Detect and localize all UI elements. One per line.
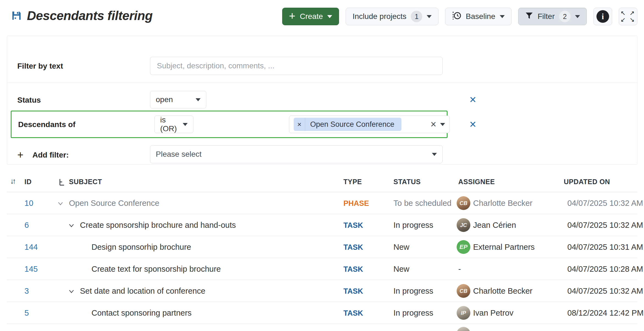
work-package-id-link[interactable]: 5	[24, 308, 29, 318]
collapse-chevron-icon[interactable]	[67, 287, 76, 297]
table-header: ↓↑ ID SUBJECT TYPE STATUS ASSIGNEE UPDAT…	[7, 173, 637, 192]
assignee-name: -	[458, 265, 461, 274]
chevron-down-icon	[427, 15, 432, 18]
work-package-id-link[interactable]: 145	[24, 265, 38, 274]
fullscreen-button[interactable]: ↖ ↗↙ ↘	[619, 8, 637, 25]
filter-button[interactable]: Filter 2	[518, 8, 587, 25]
type-badge: TASK	[343, 265, 363, 274]
add-filter-label: Add filter:	[32, 151, 69, 159]
include-projects-badge: 1	[411, 11, 422, 22]
assignee-avatar: CB	[457, 284, 470, 298]
work-package-subject[interactable]: Set date and location of conference	[80, 287, 205, 296]
caret-down-icon[interactable]	[440, 123, 445, 126]
work-package-subject[interactable]: Open Source Conference	[69, 199, 159, 208]
column-header-id[interactable]: ID	[24, 178, 32, 186]
updated-on-timestamp: 04/07/2025 10:28 AM	[567, 265, 643, 274]
divider	[7, 83, 637, 83]
filter-by-text-input[interactable]	[150, 57, 443, 75]
updated-on-timestamp: 04/07/2025 10:32 AM	[567, 287, 643, 296]
table-row[interactable]: 144 Design sponsorhip brochure TASK New …	[7, 236, 637, 258]
baseline-label: Baseline	[466, 12, 495, 21]
plus-icon: +	[17, 149, 23, 161]
table-row[interactable]: 3 Set date and location of conference TA…	[7, 280, 637, 302]
chevron-down-icon	[575, 15, 580, 18]
table-row[interactable]: 5 Contact sponsoring partners TASK In pr…	[7, 302, 637, 324]
work-package-id-link[interactable]: 6	[24, 221, 29, 230]
status-select-value: open	[156, 95, 173, 104]
assignee-avatar: IP	[457, 306, 470, 320]
work-package-id-link[interactable]: 144	[24, 243, 38, 252]
updated-on-timestamp: 04/07/2025 10:32 AM	[567, 199, 643, 208]
column-header-updated-on[interactable]: UPDATED ON	[564, 178, 610, 186]
clear-selection-icon[interactable]: ×	[427, 119, 440, 130]
caret-down-icon	[183, 123, 188, 126]
chip-label: Open Source Conference	[305, 120, 401, 129]
descendants-value-select[interactable]: × Open Source Conference ×	[289, 116, 450, 133]
work-package-subject[interactable]: Design sponsorhip brochure	[91, 243, 191, 252]
page-header: Descendants filtering + Create Include p…	[0, 0, 644, 33]
page-title: Descendants filtering	[27, 8, 152, 23]
work-package-id-link[interactable]: 3	[24, 287, 29, 296]
assignee-name: External Partners	[473, 243, 535, 252]
add-filter-select[interactable]: Please select	[150, 145, 443, 163]
status-text: In progress	[393, 221, 433, 230]
assignee-avatar: JC	[457, 218, 470, 232]
info-button[interactable]: i	[593, 8, 612, 25]
table-row[interactable]: 6 Create sponsorship brochure and hand-o…	[7, 214, 637, 236]
assignee-name: Ivan Petrov	[473, 308, 513, 318]
collapse-chevron-icon[interactable]	[56, 199, 65, 209]
remove-status-filter-button[interactable]: ×	[465, 91, 481, 108]
descendants-filter-label: Descendants of	[18, 120, 76, 129]
sort-icon[interactable]: ↓↑	[10, 177, 15, 186]
create-button[interactable]: + Create	[282, 8, 339, 25]
column-header-subject[interactable]: SUBJECT	[69, 178, 102, 186]
status-text: To be scheduled	[393, 199, 451, 208]
remove-descendants-filter-button[interactable]: ×	[465, 116, 481, 133]
type-badge: TASK	[343, 287, 363, 296]
save-view-icon[interactable]	[11, 10, 22, 21]
status-select[interactable]: open	[150, 91, 206, 108]
assignee-name: Jean Cérien	[473, 221, 516, 230]
create-button-label: Create	[300, 12, 323, 21]
descendants-operator-value: is (OR)	[160, 116, 183, 133]
column-header-type[interactable]: TYPE	[343, 178, 362, 186]
status-filter-label: Status	[17, 96, 41, 105]
type-badge: TASK	[343, 309, 363, 318]
baseline-icon	[452, 11, 461, 22]
plus-icon: +	[289, 10, 295, 21]
work-package-subject[interactable]: Create text for sponsorship brochure	[91, 265, 221, 274]
work-package-subject[interactable]: Contact sponsoring partners	[91, 308, 191, 318]
assignee-avatar	[457, 327, 470, 331]
include-projects-button[interactable]: Include projects 1	[346, 8, 438, 25]
collapse-chevron-icon[interactable]	[67, 221, 76, 231]
expand-icon: ↖ ↗↙ ↘	[621, 10, 636, 23]
column-header-status[interactable]: STATUS	[393, 178, 421, 186]
table-row[interactable]: 10 Open Source Conference PHASE To be sc…	[7, 192, 637, 214]
caret-down-icon	[432, 153, 437, 156]
hierarchy-icon[interactable]	[58, 178, 66, 188]
table-row[interactable]: 145 Create text for sponsorship brochure…	[7, 258, 637, 280]
include-projects-label: Include projects	[352, 12, 406, 21]
work-package-id-link[interactable]: 10	[24, 199, 33, 208]
filter-panel: Filter by text Status open × Descendants…	[7, 36, 637, 165]
assignee-name: Charlotte Becker	[473, 199, 532, 208]
selected-value-chip: × Open Source Conference	[294, 118, 401, 131]
assignee-avatar: EP	[457, 240, 470, 254]
chip-remove-icon[interactable]: ×	[294, 118, 305, 131]
status-text: In progress	[393, 308, 433, 318]
column-header-assignee[interactable]: ASSIGNEE	[458, 178, 495, 186]
filter-funnel-icon	[525, 12, 533, 22]
updated-on-timestamp: 08/12/2024 12:42 PM	[567, 308, 643, 318]
status-text: In progress	[393, 287, 433, 296]
assignee-avatar: CB	[457, 196, 470, 210]
filter-badge: 2	[559, 11, 571, 22]
assignee-name: Charlotte Becker	[473, 287, 532, 296]
chevron-down-icon	[500, 15, 505, 18]
type-badge: TASK	[343, 243, 363, 252]
work-package-subject[interactable]: Create sponsorship brochure and hand-out…	[80, 221, 236, 230]
descendants-operator-select[interactable]: is (OR)	[154, 116, 193, 133]
baseline-button[interactable]: Baseline	[445, 8, 511, 25]
updated-on-timestamp: 04/07/2025 10:32 AM	[567, 221, 643, 230]
work-packages-page: Descendants filtering + Create Include p…	[0, 0, 644, 331]
info-icon: i	[596, 10, 609, 23]
